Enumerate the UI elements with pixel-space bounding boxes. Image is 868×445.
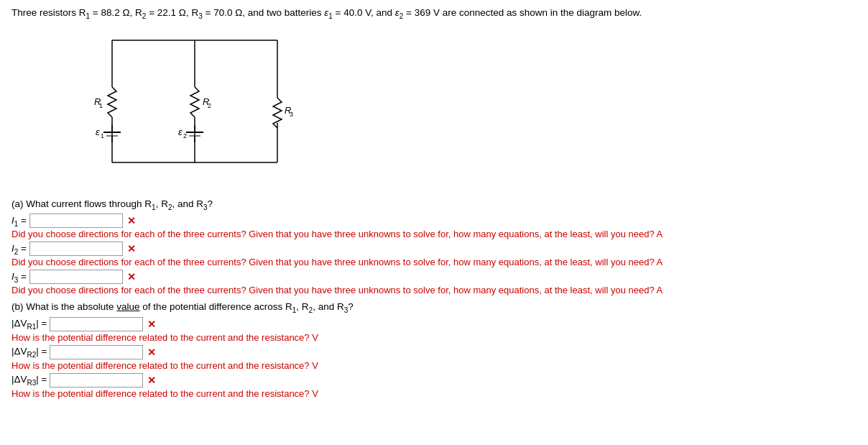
svg-text:3: 3 [290, 111, 293, 118]
dvr1-input[interactable] [50, 317, 143, 331]
svg-text:ε: ε [178, 127, 183, 137]
dvr1-label: |ΔVR1| = [11, 318, 47, 331]
i3-label: I3 = [11, 271, 27, 284]
part-a-title: (a) What current flows through R1, R2, a… [11, 198, 857, 211]
i2-input[interactable] [29, 242, 123, 256]
i3-input[interactable] [29, 270, 123, 284]
i1-hint: Did you choose directions for each of th… [11, 229, 857, 239]
dvr1-x-mark: ✕ [147, 318, 156, 330]
i1-input[interactable] [29, 214, 123, 228]
part-b-title: (b) What is the absolute value of the po… [11, 301, 857, 314]
i1-row: I1 = ✕ [11, 214, 857, 228]
svg-text:1: 1 [99, 102, 103, 109]
dvr3-x-mark: ✕ [147, 375, 156, 386]
circuit-diagram: R 1 R 2 R 3 ε 1 ε 2 [55, 26, 356, 191]
problem-statement: Three resistors R1 = 88.2 Ω, R2 = 22.1 Ω… [11, 6, 857, 22]
dvr3-input[interactable] [50, 373, 143, 387]
dvr2-hint: How is the potential difference related … [11, 360, 857, 371]
i1-x-mark: ✕ [127, 215, 136, 226]
i2-hint: Did you choose directions for each of th… [11, 257, 857, 267]
i2-row: I2 = ✕ [11, 242, 857, 256]
i3-hint: Did you choose directions for each of th… [11, 285, 857, 295]
part-b-section: (b) What is the absolute value of the po… [11, 301, 857, 399]
dvr2-label: |ΔVR2| = [11, 346, 47, 359]
dvr3-hint: How is the potential difference related … [11, 388, 857, 399]
svg-text:ε: ε [96, 127, 100, 137]
svg-text:1: 1 [101, 132, 104, 139]
dvr1-row: |ΔVR1| = ✕ [11, 317, 857, 331]
i3-row: I3 = ✕ [11, 270, 857, 284]
i1-label: I1 = [11, 215, 27, 228]
dvr3-row: |ΔVR3| = ✕ [11, 373, 857, 387]
dvr2-row: |ΔVR2| = ✕ [11, 345, 857, 359]
svg-text:2: 2 [183, 132, 187, 139]
dvr2-input[interactable] [50, 345, 143, 359]
i3-x-mark: ✕ [127, 271, 136, 283]
i2-label: I2 = [11, 243, 27, 256]
svg-text:2: 2 [208, 102, 211, 109]
dvr3-label: |ΔVR3| = [11, 374, 47, 387]
i2-x-mark: ✕ [127, 243, 136, 254]
part-a-section: (a) What current flows through R1, R2, a… [11, 198, 857, 296]
dvr2-x-mark: ✕ [147, 347, 156, 358]
dvr1-hint: How is the potential difference related … [11, 332, 857, 343]
